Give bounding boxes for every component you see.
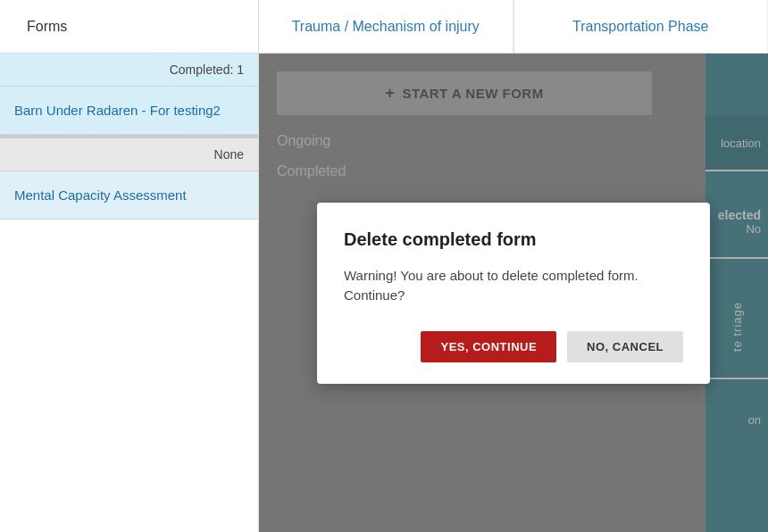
- no-cancel-button[interactable]: NO, CANCEL: [567, 331, 683, 362]
- sidebar-item-mental-link[interactable]: Mental Capacity Assessment: [14, 187, 187, 203]
- dialog-overlay: Delete completed form Warning! You are a…: [259, 54, 768, 532]
- nav-item-transport[interactable]: Transportation Phase: [513, 0, 769, 53]
- sidebar-completed-header: Completed: 1: [0, 54, 258, 87]
- nav-item-forms[interactable]: Forms: [0, 0, 259, 53]
- delete-form-dialog: Delete completed form Warning! You are a…: [317, 203, 710, 384]
- top-navigation: Forms Trauma / Mechanism of injury Trans…: [0, 0, 768, 54]
- sidebar-item-barn-link[interactable]: Barn Under Radaren - For testing2: [14, 103, 221, 118]
- dialog-message: Warning! You are about to delete complet…: [344, 266, 683, 306]
- trauma-nav-label: Trauma / Mechanism of injury: [292, 19, 480, 35]
- sidebar-item-mental[interactable]: Mental Capacity Assessment: [0, 171, 258, 220]
- sidebar-none-header: None: [0, 135, 258, 171]
- dialog-title: Delete completed form: [344, 229, 683, 250]
- sidebar-item-barn[interactable]: Barn Under Radaren - For testing2: [0, 87, 258, 135]
- nav-item-trauma[interactable]: Trauma / Mechanism of injury: [259, 0, 513, 53]
- left-sidebar: Completed: 1 Barn Under Radaren - For te…: [0, 54, 259, 532]
- dialog-buttons: YES, CONTINUE NO, CANCEL: [344, 331, 683, 362]
- main-layout: Completed: 1 Barn Under Radaren - For te…: [0, 54, 768, 532]
- forms-nav-label: Forms: [27, 19, 67, 35]
- yes-continue-button[interactable]: YES, CONTINUE: [421, 331, 556, 362]
- right-panel: + START A NEW FORM Ongoing Completed loc…: [259, 54, 768, 532]
- transport-nav-label: Transportation Phase: [572, 19, 708, 35]
